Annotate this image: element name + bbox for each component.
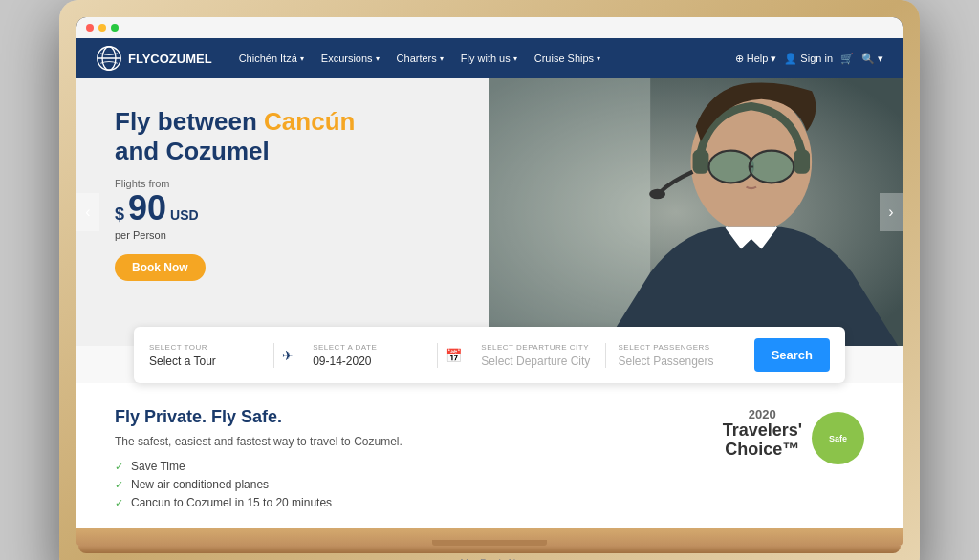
passengers-field[interactable]: SELECT PASSENGERS Select Passengers: [606, 343, 742, 368]
chevron-down-icon: ▾: [440, 54, 444, 63]
chevron-down-icon: ▾: [597, 54, 600, 63]
content-right: 2020 Travelers'Choice™ Safe: [723, 407, 864, 509]
browser-maximize-dot[interactable]: [111, 24, 119, 32]
nav-items: Chichén Itzá ▾ Excursions ▾ Charters ▾ F…: [231, 49, 735, 68]
price-row: $ 90 USD: [115, 191, 461, 226]
svg-point-10: [749, 151, 793, 183]
safe-badge: Safe: [812, 412, 864, 464]
nav-item-charters[interactable]: Charters ▾: [389, 49, 451, 68]
laptop-frame: FLYCOZUMEL Chichén Itzá ▾ Excursions ▾ C…: [59, 0, 920, 560]
nav-item-chichen[interactable]: Chichén Itzá ▾: [231, 49, 312, 68]
chevron-down-icon: ▾: [513, 54, 517, 63]
hero-content-left: Fly between Cancún and Cozumel Flights f…: [76, 78, 490, 346]
browser-minimize-dot[interactable]: [98, 24, 106, 32]
flight-icon: ✈: [282, 348, 294, 363]
chevron-down-icon: ▾: [771, 53, 776, 65]
check-icon: ✓: [115, 461, 123, 473]
date-field[interactable]: SELECT A DATE 09-14-2020: [301, 343, 438, 368]
price-currency: USD: [170, 207, 199, 223]
laptop-screen: FLYCOZUMEL Chichén Itzá ▾ Excursions ▾ C…: [76, 17, 903, 528]
search-button[interactable]: Search: [754, 338, 830, 372]
tour-value: Select a Tour: [149, 355, 262, 368]
calendar-icon: 📅: [446, 348, 462, 363]
travelers-choice-badge: 2020 Travelers'Choice™: [723, 407, 802, 460]
hero-image: [448, 78, 903, 346]
check-icon: ✓: [115, 497, 123, 509]
tour-field[interactable]: SELECT TOUR Select a Tour: [149, 343, 274, 368]
navigation: FLYCOZUMEL Chichén Itzá ▾ Excursions ▾ C…: [76, 38, 903, 78]
nav-item-fly-with-us[interactable]: Fly with us ▾: [453, 49, 525, 68]
chevron-down-icon: ▾: [376, 54, 380, 63]
chevron-down-icon: ▾: [878, 53, 883, 65]
list-item: ✓ New air conditioned planes: [115, 478, 694, 491]
svg-rect-6: [692, 150, 708, 174]
departure-value: Select Departure City: [481, 355, 594, 368]
section-title: Fly Private. Fly Safe.: [115, 407, 694, 427]
content-section: Fly Private. Fly Safe. The safest, easie…: [76, 383, 903, 528]
website: FLYCOZUMEL Chichén Itzá ▾ Excursions ▾ C…: [76, 38, 903, 528]
per-person-label: per Person: [115, 229, 461, 241]
departure-label: SELECT DEPARTURE CITY: [481, 343, 594, 352]
logo-text: FLYCOZUMEL: [128, 52, 212, 66]
nav-item-cruise-ships[interactable]: Cruise Ships ▾: [527, 49, 608, 68]
hero-prev-button[interactable]: ‹: [76, 193, 99, 231]
travelers-choice-year: 2020: [723, 407, 802, 421]
list-item: ✓ Save Time: [115, 460, 694, 473]
book-now-button[interactable]: Book Now: [115, 254, 206, 281]
cart-icon: 🛒: [840, 53, 854, 65]
browser-bar: [76, 17, 903, 38]
nav-cart[interactable]: 🛒: [840, 53, 854, 65]
tour-label: SELECT TOUR: [149, 343, 262, 352]
laptop-notch: [432, 540, 547, 546]
section-subtitle: The safest, easiest and fastest way to t…: [115, 435, 694, 448]
search-icon: 🔍: [861, 53, 875, 65]
price-amount: 90: [128, 191, 166, 226]
laptop-stand: [78, 546, 901, 553]
logo[interactable]: FLYCOZUMEL: [96, 45, 212, 72]
browser-close-dot[interactable]: [86, 24, 94, 32]
search-bar: SELECT TOUR Select a Tour ✈ SELECT A DAT…: [134, 327, 845, 383]
user-icon: 👤: [784, 53, 797, 65]
flights-from-label: Flights from: [115, 178, 461, 189]
hero-next-button[interactable]: ›: [880, 193, 903, 231]
hero-title: Fly between Cancún and Cozumel: [115, 107, 461, 166]
list-item: ✓ Cancun to Cozumel in 15 to 20 minutes: [115, 496, 694, 509]
nav-right: ⊕ Help ▾ 👤 Sign in 🛒 🔍 ▾: [735, 53, 883, 65]
svg-point-8: [649, 189, 665, 200]
nav-help[interactable]: ⊕ Help ▾: [735, 53, 777, 65]
nav-search[interactable]: 🔍 ▾: [861, 53, 883, 65]
date-label: SELECT A DATE: [313, 343, 425, 352]
laptop-base: [76, 528, 903, 546]
date-value: 09-14-2020: [313, 355, 425, 368]
chevron-down-icon: ▾: [300, 54, 304, 63]
check-icon: ✓: [115, 479, 123, 491]
svg-rect-7: [794, 150, 810, 174]
help-icon: ⊕: [735, 53, 744, 65]
content-left: Fly Private. Fly Safe. The safest, easie…: [115, 407, 694, 509]
nav-item-excursions[interactable]: Excursions ▾: [314, 49, 387, 68]
nav-signin[interactable]: 👤 Sign in: [784, 53, 833, 65]
feature-list: ✓ Save Time ✓ New air conditioned planes…: [115, 460, 694, 509]
travelers-choice-title: Travelers'Choice™: [723, 421, 802, 460]
passengers-label: SELECT PASSENGERS: [618, 343, 730, 352]
svg-point-9: [708, 151, 752, 183]
hero-section: ‹ Fly between Cancún and Cozumel Flights…: [76, 78, 903, 346]
passengers-value: Select Passengers: [618, 355, 730, 368]
dollar-sign: $: [115, 205, 124, 225]
departure-field[interactable]: SELECT DEPARTURE CITY Select Departure C…: [469, 343, 606, 368]
